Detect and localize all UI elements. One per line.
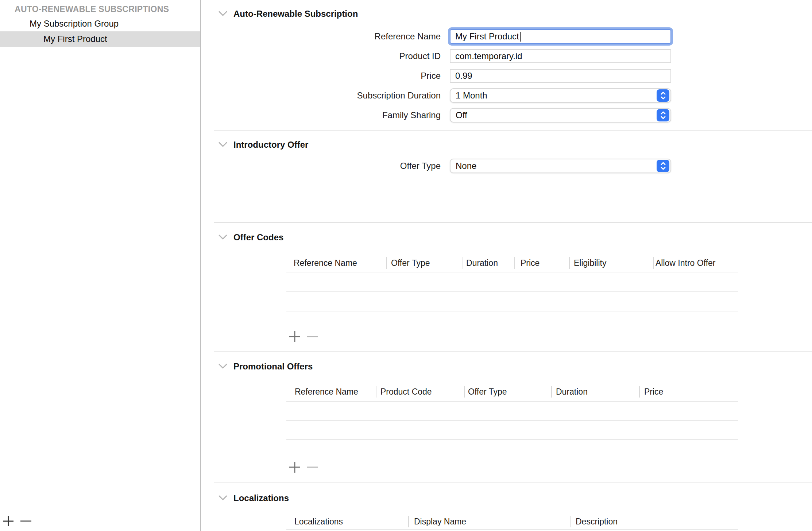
minus-icon [306,330,318,345]
column-header[interactable]: Price [644,385,663,398]
storekit-subscription-editor: { "sidebar": { "group_header": "AUTO-REN… [0,0,812,531]
table-row[interactable] [286,402,738,421]
remove-product-button[interactable] [20,516,32,528]
column-separator [570,516,571,527]
reference-name-value: My First Product [455,31,519,42]
column-header[interactable]: Product Code [380,385,432,398]
sidebar: AUTO-RENEWABLE SUBSCRIPTIONS My Subscrip… [0,0,201,531]
table-row[interactable] [286,421,738,440]
remove-offer-code-button[interactable] [306,331,318,344]
column-separator [386,257,387,269]
add-promotional-offer-button[interactable] [289,462,301,474]
disclosure-chevron-icon[interactable] [218,141,228,149]
table-line [286,529,738,530]
product-id-label: Product ID [219,49,441,63]
column-separator [551,386,552,398]
price-value: 0.99 [455,71,472,81]
section-header-localizations: Localizations [218,492,289,504]
column-header[interactable]: Localizations [294,515,343,528]
column-header[interactable]: Duration [466,256,498,270]
column-header[interactable]: Reference Name [295,385,358,398]
disclosure-chevron-icon[interactable] [218,10,228,18]
subscription-duration-value: 1 Month [456,90,487,101]
popup-updown-chevrons-icon [657,160,669,172]
plus-icon [289,330,301,345]
disclosure-chevron-icon[interactable] [218,363,228,371]
column-header[interactable]: Reference Name [294,256,357,270]
offer-type-value: None [456,161,476,171]
column-header[interactable]: Duration [556,385,588,398]
column-separator [408,516,409,527]
table-line [286,439,738,440]
section-divider [214,130,812,131]
disclosure-chevron-icon[interactable] [218,234,228,241]
product-id-value: com.temporary.id [455,51,522,61]
section-divider [214,222,812,223]
section-header-introductory-offer: Introductory Offer [218,139,308,151]
price-label: Price [219,69,441,83]
remove-promotional-offer-button[interactable] [306,462,318,474]
minus-icon [306,461,318,475]
disclosure-chevron-icon[interactable] [218,495,228,502]
section-header-promotional-offers: Promotional Offers [218,360,313,373]
section-divider [214,351,812,352]
section-title: Localizations [233,493,289,503]
section-header-offer-codes: Offer Codes [218,231,283,244]
sidebar-item-subscription-group[interactable]: My Subscription Group [0,16,200,31]
column-header[interactable]: Offer Type [391,256,430,270]
column-separator [463,257,463,269]
section-divider [214,482,812,483]
family-sharing-label: Family Sharing [219,108,441,123]
section-title: Introductory Offer [233,140,308,150]
family-sharing-value: Off [456,110,467,120]
sidebar-actions [2,516,32,528]
sidebar-item-label: My Subscription Group [30,19,119,29]
offer-codes-actions [289,331,318,344]
table-line [286,311,738,311]
subscription-duration-label: Subscription Duration [219,88,441,103]
column-header[interactable]: Allow Intro Offer [656,256,715,270]
column-header[interactable]: Description [576,515,618,528]
column-header[interactable]: Price [521,256,540,270]
column-separator [639,386,640,398]
text-cursor [520,32,521,42]
family-sharing-popup[interactable]: Off [450,108,671,123]
minus-icon [20,515,32,529]
promotional-offers-actions [289,462,318,474]
product-id-input[interactable]: com.temporary.id [450,49,671,63]
price-input[interactable]: 0.99 [450,69,671,83]
column-separator [514,257,515,269]
column-header[interactable]: Eligibility [574,256,606,270]
section-title: Promotional Offers [233,361,313,372]
add-product-button[interactable] [2,516,15,528]
column-header[interactable]: Display Name [414,515,466,528]
column-separator [376,386,376,398]
sidebar-group-header: AUTO-RENEWABLE SUBSCRIPTIONS [15,4,169,14]
sidebar-item-label: My First Product [43,34,107,44]
table-row[interactable] [286,292,738,311]
offer-type-label: Offer Type [219,159,441,173]
offer-type-popup[interactable]: None [450,159,671,173]
column-separator [464,386,465,398]
section-header-subscription: Auto-Renewable Subscription [218,8,358,20]
plus-icon [3,515,14,529]
section-title: Auto-Renewable Subscription [233,9,358,19]
column-separator [653,257,654,269]
reference-name-input[interactable]: My First Product [450,29,671,44]
popup-updown-chevrons-icon [657,109,669,121]
add-offer-code-button[interactable] [289,331,301,344]
column-header[interactable]: Offer Type [468,385,507,398]
subscription-duration-popup[interactable]: 1 Month [450,88,671,103]
reference-name-label: Reference Name [219,29,441,44]
table-row[interactable] [286,272,738,291]
section-title: Offer Codes [233,232,283,243]
plus-icon [289,461,301,475]
popup-updown-chevrons-icon [657,89,669,102]
sidebar-item-first-product[interactable]: My First Product [0,31,200,47]
column-separator [569,257,570,269]
